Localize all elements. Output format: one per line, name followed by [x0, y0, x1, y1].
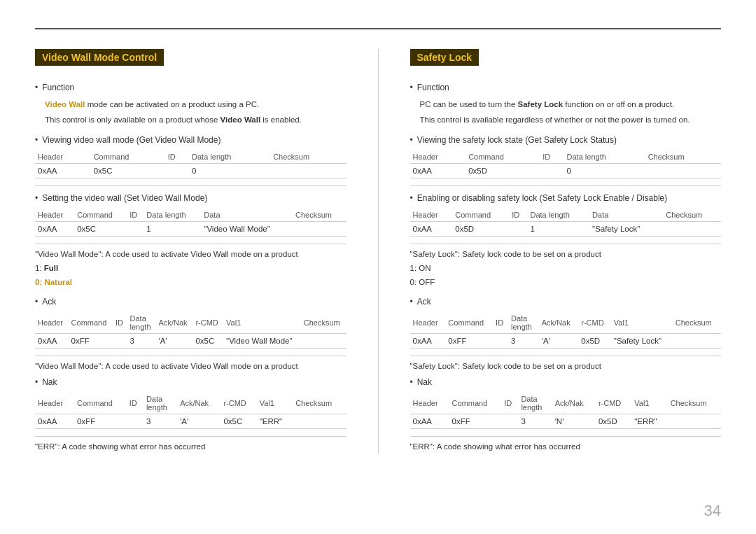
- right-note1: "Safety Lock": Safety lock code to be se…: [410, 250, 722, 258]
- table-row: 0xAA 0xFF 3 'N' 0x5D "ERR": [410, 414, 722, 429]
- right-nak-bullet: • Nak: [410, 376, 722, 388]
- left-get-table: Header Command ID Data length Checksum 0…: [35, 150, 346, 178]
- right-note2: "Safety Lock": Safety lock code to be se…: [410, 362, 722, 370]
- right-ack-bullet: • Ack: [410, 295, 722, 308]
- right-err-note: "ERR": A code showing what error has occ…: [410, 442, 722, 451]
- left-function-bullet: • Function: [35, 81, 346, 94]
- table-row: 0xAA 0xFF 3 'A' 0x5C "Video Wall Mode": [35, 334, 346, 349]
- right-set-table-section: Header Command ID Data length Data Check…: [410, 209, 722, 237]
- column-divider: [378, 49, 379, 454]
- left-ack-table-section: Header Command ID Datalength Ack/Nak r-C…: [35, 312, 346, 349]
- right-get-table: Header Command ID Data length Checksum 0…: [410, 150, 722, 178]
- left-ack-bullet: • Ack: [35, 295, 346, 308]
- left-ack-table: Header Command ID Datalength Ack/Nak r-C…: [35, 312, 346, 349]
- table-row: 0xAA 0x5D 0: [410, 163, 722, 178]
- page-number: 34: [704, 502, 721, 520]
- left-column: Video Wall Mode Control • Function Video…: [35, 49, 346, 454]
- left-set-table: Header Command ID Data length Data Check…: [35, 209, 346, 237]
- right-set-bullet: • Enabling or disabling safety lock (Set…: [410, 192, 722, 204]
- right-section-title: Safety Lock: [410, 49, 479, 66]
- right-get-table-section: Header Command ID Data length Checksum 0…: [410, 150, 722, 178]
- left-get-bullet: • Viewing video wall mode (Get Video Wal…: [35, 134, 346, 146]
- left-set-bullet: • Setting the video wall (Set Video Wall…: [35, 192, 346, 204]
- left-nak-table: Header Command ID Datalength Ack/Nak r-C…: [35, 393, 346, 429]
- left-nak-bullet: • Nak: [35, 376, 346, 388]
- left-section-title: Video Wall Mode Control: [35, 49, 164, 66]
- table-row: 0xAA 0x5C 0: [35, 163, 346, 178]
- right-column: Safety Lock • Function PC can be used to…: [410, 49, 722, 454]
- left-set-table-section: Header Command ID Data length Data Check…: [35, 209, 346, 237]
- left-function-desc2: This control is only available on a prod…: [35, 113, 346, 126]
- right-set-table: Header Command ID Data length Data Check…: [410, 209, 722, 237]
- left-note1: "Video Wall Mode": A code used to activa…: [35, 250, 346, 258]
- table-row: 0xAA 0xFF 3 'A' 0x5D "Safety Lock": [410, 334, 722, 349]
- table-row: 0xAA 0xFF 3 'A' 0x5C "ERR": [35, 414, 346, 429]
- right-values: 1: ON 0: OFF: [410, 261, 722, 290]
- right-nak-table: Header Command ID Datalength Ack/Nak r-C…: [410, 393, 722, 429]
- table-row: 0xAA 0x5C 1 "Video Wall Mode": [35, 221, 346, 236]
- right-function-bullet: • Function: [410, 81, 722, 94]
- right-function-desc2: This control is available regardless of …: [410, 113, 722, 126]
- right-ack-table: Header Command ID Datalength Ack/Nak r-C…: [410, 312, 722, 349]
- left-get-table-section: Header Command ID Data length Checksum 0…: [35, 150, 346, 178]
- left-nak-table-section: Header Command ID Datalength Ack/Nak r-C…: [35, 393, 346, 429]
- right-get-bullet: • Viewing the safety lock state (Get Saf…: [410, 134, 722, 146]
- right-ack-table-section: Header Command ID Datalength Ack/Nak r-C…: [410, 312, 722, 349]
- table-row: 0xAA 0x5D 1 "Safety Lock": [410, 221, 722, 236]
- left-values: 1: Full 0: Natural: [35, 261, 346, 290]
- left-err-note: "ERR": A code showing what error has occ…: [35, 442, 346, 451]
- left-function-desc1: Video Wall mode can be activated on a pr…: [35, 98, 346, 111]
- right-nak-table-section: Header Command ID Datalength Ack/Nak r-C…: [410, 393, 722, 429]
- left-note2: "Video Wall Mode": A code used to activa…: [35, 362, 346, 370]
- right-function-desc1: PC can be used to turn the Safety Lock f…: [410, 98, 722, 111]
